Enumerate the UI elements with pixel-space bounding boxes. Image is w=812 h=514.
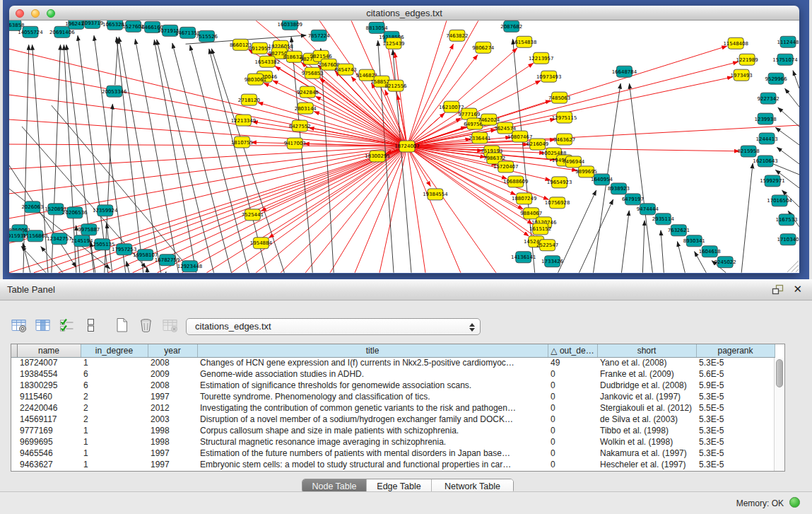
scrollbar-thumb[interactable] <box>776 359 783 387</box>
table-cell[interactable]: 9699695 <box>17 436 81 448</box>
table-cell[interactable]: 9777169 <box>17 425 81 436</box>
table-cell[interactable]: 2008 <box>148 380 197 391</box>
table-cell[interactable]: 22420046 <box>17 402 81 414</box>
row-height-icon[interactable] <box>82 316 100 334</box>
table-cell[interactable]: 1998 <box>148 436 197 448</box>
close-panel-icon[interactable]: ✕ <box>793 283 802 296</box>
table-cell[interactable]: 5.5E-5 <box>696 402 775 414</box>
table-cell[interactable]: Genome-wide association studies in ADHD. <box>197 368 548 380</box>
table-row[interactable]: 1830029562008Estimation of significance … <box>11 380 775 391</box>
table-cell[interactable]: 2 <box>81 391 148 402</box>
create-column-icon[interactable] <box>113 316 131 334</box>
table-cell[interactable]: 5.3E-5 <box>696 425 775 436</box>
table-cell[interactable]: 1 <box>81 459 148 470</box>
table-cell[interactable]: 0 <box>548 436 597 448</box>
table-cell[interactable]: 49 <box>548 357 597 368</box>
column-header-year[interactable]: year <box>148 344 197 357</box>
table-cell[interactable]: 9115460 <box>17 391 81 402</box>
table-cell[interactable]: 9465546 <box>17 448 81 459</box>
table-cell[interactable]: 1997 <box>148 391 197 402</box>
table-cell[interactable]: 1998 <box>148 425 197 436</box>
delete-column-icon[interactable] <box>137 316 155 334</box>
column-header-title[interactable]: title <box>197 344 548 357</box>
table-cell[interactable]: Wolkin et al. (1998) <box>597 436 696 448</box>
table-row[interactable]: 969969511998Structural magnetic resonanc… <box>11 436 775 448</box>
table-cell[interactable]: 0 <box>548 380 597 391</box>
table-cell[interactable]: 1 <box>81 357 148 368</box>
table-scrollbar[interactable] <box>774 358 784 471</box>
float-panel-icon[interactable] <box>772 284 784 296</box>
table-row[interactable]: 911546021997Tourette syndrome. Phenomeno… <box>11 391 775 402</box>
table-cell[interactable]: Estimation of significance thresholds fo… <box>197 380 548 391</box>
table-cell[interactable]: 0 <box>548 414 597 425</box>
table-row[interactable]: 946362711997Embryonic stem cells: a mode… <box>11 459 775 470</box>
table-cell[interactable]: 5.3E-5 <box>696 357 775 368</box>
table-cell[interactable]: 14569117 <box>17 414 81 425</box>
column-header-pagerank[interactable]: pagerank <box>696 344 775 357</box>
table-cell[interactable]: 5.3E-5 <box>696 436 775 448</box>
table-cell[interactable]: Jankovic et al. (1997) <box>597 391 696 402</box>
table-cell[interactable]: Hescheler et al. (1997) <box>597 459 696 470</box>
table-cell[interactable]: Disruption of a novel member of a sodium… <box>197 414 548 425</box>
table-cell[interactable]: 2009 <box>148 368 197 380</box>
table-cell[interactable]: Nakamura et al. (1997) <box>597 448 696 459</box>
table-cell[interactable]: 1 <box>81 425 148 436</box>
table-cell[interactable]: Dudbridge et al. (2008) <box>597 380 696 391</box>
table-cell[interactable]: 1 <box>81 436 148 448</box>
table-cell[interactable]: Tourette syndrome. Phenomenology and cla… <box>197 391 548 402</box>
table-cell[interactable]: 0 <box>548 391 597 402</box>
table-row[interactable]: 1456911722003Disruption of a novel membe… <box>11 414 775 425</box>
table-cell[interactable]: 5.3E-5 <box>696 391 775 402</box>
table-cell[interactable]: 9463627 <box>17 459 81 470</box>
column-header-name[interactable]: name <box>17 344 81 357</box>
select-all-icon[interactable] <box>58 316 76 334</box>
table-cell[interactable]: 2 <box>81 402 148 414</box>
table-cell[interactable]: 6 <box>81 368 148 380</box>
table-cell[interactable]: Corpus callosum shape and size in male p… <box>197 425 548 436</box>
table-row[interactable]: 946554611997Estimation of the future num… <box>11 448 775 459</box>
table-cell[interactable]: 18724007 <box>17 357 81 368</box>
table-cell[interactable]: 0 <box>548 368 597 380</box>
table-cell[interactable]: Tibbo et al. (1998) <box>597 425 696 436</box>
table-cell[interactable]: de Silva et al. (2003) <box>597 414 696 425</box>
table-cell[interactable]: Structural magnetic resonance image aver… <box>197 436 548 448</box>
table-cell[interactable]: 6 <box>81 380 148 391</box>
column-header-out_de[interactable]: △ out_de… <box>548 344 597 357</box>
network-canvas[interactable]: 1663858140557242069140619624142093719106… <box>9 21 799 273</box>
table-cell[interactable]: Changes of HCN gene expression and I(f) … <box>197 357 548 368</box>
column-header-short[interactable]: short <box>597 344 696 357</box>
table-cell[interactable]: 0 <box>548 448 597 459</box>
table-cell[interactable]: Yano et al. (2008) <box>597 357 696 368</box>
table-cell[interactable]: 5.3E-5 <box>696 459 775 470</box>
table-selector-dropdown[interactable]: citations_edges.txt <box>186 318 481 335</box>
table-cell[interactable]: 2012 <box>148 402 197 414</box>
resize-grip-icon[interactable] <box>787 261 799 272</box>
table-row[interactable]: 977716911998Corpus callosum shape and si… <box>11 425 775 436</box>
table-options-icon[interactable] <box>10 316 28 334</box>
table-cell[interactable]: 0 <box>548 425 597 436</box>
show-columns-icon[interactable] <box>34 316 52 334</box>
table-cell[interactable]: 1 <box>81 448 148 459</box>
table-cell[interactable]: 19384554 <box>17 368 81 380</box>
table-cell[interactable]: Stergiakouli et al. (2012) <box>597 402 696 414</box>
table-cell[interactable]: Investigating the contribution of common… <box>197 402 548 414</box>
table-cell[interactable]: 1997 <box>148 448 197 459</box>
table-cell[interactable]: Estimation of the future numbers of pati… <box>197 448 548 459</box>
table-row[interactable]: 1938455462009Genome-wide association stu… <box>11 368 775 380</box>
table-cell[interactable]: 5.3E-5 <box>696 448 775 459</box>
table-cell[interactable]: 18300295 <box>17 380 81 391</box>
table-cell[interactable]: Embryonic stem cells: a model to study s… <box>197 459 548 470</box>
table-row[interactable]: 1872400712008Changes of HCN gene express… <box>11 357 775 368</box>
table-row[interactable]: 2242004622012Investigating the contribut… <box>11 402 775 414</box>
table-cell[interactable]: 0 <box>548 459 597 470</box>
table-cell[interactable]: 5.6E-5 <box>696 368 775 380</box>
window-titlebar[interactable]: citations_edges.txt <box>9 6 799 21</box>
table-cell[interactable]: 5.9E-5 <box>696 380 775 391</box>
table-cell[interactable]: 1997 <box>148 459 197 470</box>
table-cell[interactable]: Franke et al. (2009) <box>597 368 696 380</box>
table-cell[interactable]: 5.3E-5 <box>696 414 775 425</box>
column-header-in_degree[interactable]: in_degree <box>81 344 148 357</box>
table-cell[interactable]: 2003 <box>148 414 197 425</box>
table-cell[interactable]: 0 <box>548 402 597 414</box>
table-cell[interactable]: 2008 <box>148 357 197 368</box>
